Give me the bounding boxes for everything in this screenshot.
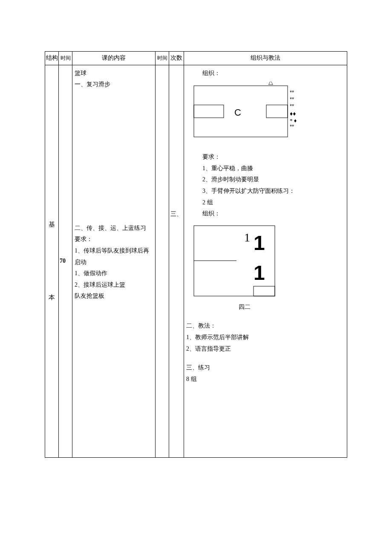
- method-req3: 3、手臂伸开以扩大防守面积练习：: [185, 186, 346, 197]
- header-count: 次数: [169, 52, 184, 65]
- req-label: 要求：: [185, 151, 346, 163]
- content-section2-title: 二、传、接、运、上蓝练习: [75, 223, 153, 234]
- court1-triangle: △: [268, 81, 273, 85]
- structure-label: 基本: [46, 218, 57, 304]
- practice2-sets: 8 组: [185, 374, 346, 385]
- court1-stars4: **: [290, 123, 294, 130]
- count-value: 三、: [170, 210, 182, 218]
- org1-label: 组织：: [185, 68, 346, 79]
- court-diagram-1: C △ ** ** ** ♦♦ * ♦ **: [185, 81, 313, 141]
- court1-diamonds: ♦♦: [290, 110, 296, 117]
- practice1-sets: 2 组: [185, 197, 346, 209]
- org2-label: 组织：: [185, 208, 346, 220]
- header-structure: 结构: [45, 52, 59, 65]
- content-cell: 篮球 一、复习滑步 二、传、接、运、上蓝练习 要求： 1、传球后等队友接到球后再…: [72, 65, 156, 457]
- svg-rect-5: [254, 286, 275, 296]
- court2-num2: 1: [254, 232, 265, 254]
- court2-below: 四二: [185, 302, 273, 313]
- method-req2: 2、滑步时制动要明显: [185, 174, 346, 186]
- body-row: 基本 70 篮球 一、复习滑步 二、传、接、运、上蓝练习 要求： 1、传球后等队…: [45, 65, 347, 457]
- time1-cell: 70: [59, 65, 72, 457]
- time2-cell: [156, 65, 169, 457]
- header-time2: 时间: [156, 52, 169, 65]
- court2-num3: 1: [254, 262, 265, 284]
- court-diagram-2: 1 1 1: [185, 222, 288, 299]
- content-title: 篮球: [75, 68, 153, 79]
- method2-label: 二、教法：: [185, 320, 346, 332]
- content-req-label: 要求：: [75, 234, 153, 245]
- header-time1: 时间: [59, 52, 72, 65]
- practice2-label: 三、练习: [185, 362, 346, 374]
- content-req1: 1、传球后等队友接到球后再启动: [75, 245, 153, 268]
- court1-center: C: [234, 107, 241, 118]
- header-row: 结构 时间 课的内容 时间 次数 组织与教法: [45, 52, 347, 65]
- court2-num1: 1: [244, 231, 250, 244]
- structure-cell: 基本: [45, 65, 59, 457]
- court1-stars1: **: [290, 89, 294, 96]
- content-section1: 一、复习滑步: [75, 79, 153, 90]
- count-cell: 三、: [169, 65, 184, 457]
- court1-stars2: **: [290, 96, 294, 102]
- header-content: 课的内容: [72, 52, 156, 65]
- method2-item2: 2、语言指导更正: [185, 343, 346, 355]
- content-req4: 队友抢篮板: [75, 291, 153, 302]
- content-req3: 2、接球后运球上篮: [75, 279, 153, 291]
- svg-rect-2: [266, 105, 288, 118]
- court1-stardiamond: * ♦: [290, 117, 297, 124]
- content-req2: 1、做假动作: [75, 268, 153, 279]
- method-req1: 1、重心平稳，曲膝: [185, 163, 346, 174]
- svg-rect-1: [194, 105, 224, 118]
- method2-item1: 1、教师示范后半部讲解: [185, 332, 346, 343]
- lesson-plan-table: 结构 时间 课的内容 时间 次数 组织与教法 基本 70 篮球 一、复习滑步 二…: [45, 51, 347, 458]
- court1-stars3: **: [290, 103, 294, 109]
- method-cell: 组织： C △ ** ** ** ♦♦ * ♦ ** 要求：: [184, 65, 347, 457]
- header-method: 组织与教法: [184, 52, 347, 65]
